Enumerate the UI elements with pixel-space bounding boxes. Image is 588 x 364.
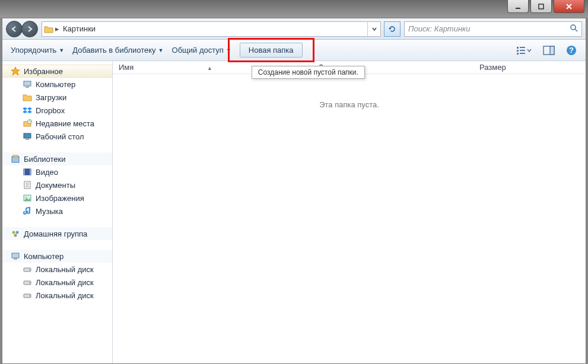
svg-rect-28 [26, 139, 29, 140]
computer-item-label: Локальный диск [36, 278, 94, 287]
libraries-item[interactable]: Документы [2, 178, 112, 191]
svg-rect-13 [550, 46, 554, 55]
forward-button[interactable] [21, 21, 38, 37]
svg-rect-32 [24, 169, 25, 175]
favorites-label: Избранное [24, 67, 63, 76]
add-to-library-menu[interactable]: Добавить в библиотеку ▼ [72, 46, 163, 55]
chevron-down-icon: ▼ [158, 47, 164, 53]
folder-icon [42, 25, 55, 33]
favorites-item[interactable]: Dropbox [2, 104, 112, 117]
homegroup-label: Домашняя группа [24, 229, 87, 238]
navigation-sidebar: Избранное КомпьютерЗагрузкиDropboxНедавн… [2, 61, 112, 363]
homegroup-icon [11, 229, 20, 238]
breadcrumb-item[interactable]: Картинки [59, 22, 99, 36]
libraries-item[interactable]: Изображения [2, 191, 112, 205]
computer-header[interactable]: Компьютер [2, 250, 112, 263]
svg-rect-33 [30, 169, 31, 175]
new-folder-label: Новая папка [249, 46, 294, 55]
svg-text:?: ? [569, 46, 574, 55]
nav-buttons [6, 21, 38, 37]
back-button[interactable] [6, 21, 23, 37]
favorites-item[interactable]: Загрузки [2, 91, 112, 104]
favorites-item-label: Недавние места [36, 119, 94, 128]
favorites-item-label: Dropbox [36, 106, 65, 115]
libraries-item-label: Изображения [36, 194, 84, 203]
svg-marker-16 [11, 67, 20, 75]
organize-menu[interactable]: Упорядочить ▼ [11, 46, 64, 55]
svg-rect-1 [539, 4, 543, 9]
search-icon [570, 24, 578, 34]
drive-icon [23, 290, 32, 300]
svg-rect-8 [517, 53, 519, 55]
libraries-header[interactable]: Библиотеки [2, 152, 112, 165]
computer-item[interactable]: Локальный диск [2, 276, 112, 289]
libraries-icon [11, 154, 20, 164]
chevron-down-icon: ▼ [59, 47, 64, 53]
svg-marker-21 [23, 110, 27, 113]
column-size[interactable]: Размер [473, 63, 586, 72]
new-folder-tooltip: Создание новой пустой папки. [252, 66, 365, 79]
favorites-item[interactable]: Недавние места [2, 117, 112, 130]
svg-rect-30 [13, 155, 18, 157]
minimize-button[interactable] [507, 0, 529, 13]
navigation-row: ▸ Картинки Поиск: Картинки [2, 18, 586, 40]
libraries-item-label: Видео [36, 168, 58, 177]
svg-point-48 [29, 282, 30, 283]
svg-rect-18 [26, 87, 29, 88]
homegroup-header[interactable]: Домашняя группа [2, 227, 112, 240]
favorites-item-label: Компьютер [36, 80, 75, 89]
music-icon [23, 206, 32, 216]
favorites-item[interactable]: Рабочий стол [2, 130, 112, 143]
computer-icon [23, 79, 32, 89]
computer-item[interactable]: Локальный диск [2, 263, 112, 276]
svg-marker-20 [27, 107, 32, 110]
share-menu[interactable]: Общий доступ ▼ [172, 46, 231, 55]
toolbar: Упорядочить ▼ Добавить в библиотеку ▼ Об… [2, 40, 586, 61]
address-bar[interactable]: ▸ Картинки [42, 21, 381, 37]
drive-icon [23, 264, 32, 274]
title-bar-buttons [507, 0, 584, 13]
favorites-item[interactable]: Компьютер [2, 78, 112, 91]
content-pane: Имя ▲ Дат Размер Эта папка пуста. [113, 61, 586, 363]
svg-point-42 [14, 234, 17, 237]
address-dropdown[interactable] [367, 22, 380, 36]
search-input[interactable]: Поиск: Картинки [404, 21, 582, 37]
view-options-button[interactable] [516, 45, 532, 56]
computer-icon [11, 251, 20, 261]
svg-point-39 [26, 197, 27, 199]
empty-folder-message: Эта папка пуста. [113, 100, 586, 109]
svg-marker-22 [27, 110, 32, 113]
organize-label: Упорядочить [11, 46, 56, 55]
libraries-group: Библиотеки ВидеоДокументыИзображенияМузы… [2, 152, 112, 218]
add-to-library-label: Добавить в библиотеку [72, 46, 155, 55]
libraries-item[interactable]: Музыка [2, 205, 112, 218]
desktop-icon [23, 132, 32, 141]
svg-rect-7 [517, 50, 519, 52]
folder-icon [23, 92, 32, 102]
maximize-button[interactable] [530, 0, 552, 13]
search-placeholder: Поиск: Картинки [408, 24, 470, 33]
svg-rect-17 [24, 81, 31, 86]
svg-point-50 [29, 295, 30, 296]
svg-point-46 [29, 269, 30, 270]
homegroup-group: Домашняя группа [2, 227, 112, 240]
favorites-header[interactable]: Избранное [2, 65, 112, 78]
video-icon [23, 167, 32, 177]
preview-pane-button[interactable] [543, 46, 555, 55]
libraries-item-label: Документы [36, 181, 75, 190]
sort-ascending-icon: ▲ [207, 65, 212, 71]
favorites-item-label: Рабочий стол [36, 132, 84, 141]
svg-point-4 [571, 25, 576, 30]
computer-item[interactable]: Локальный диск [2, 289, 112, 302]
refresh-button[interactable] [384, 21, 401, 37]
help-button[interactable]: ? [565, 44, 577, 56]
libraries-item[interactable]: Видео [2, 165, 112, 178]
new-folder-button[interactable]: Новая папка [240, 43, 303, 58]
dropbox-icon [23, 106, 32, 115]
column-size-label: Размер [479, 63, 506, 72]
svg-line-5 [575, 29, 577, 31]
svg-rect-6 [517, 47, 519, 49]
svg-marker-19 [23, 107, 27, 110]
star-icon [11, 66, 20, 76]
close-button[interactable] [554, 0, 584, 13]
